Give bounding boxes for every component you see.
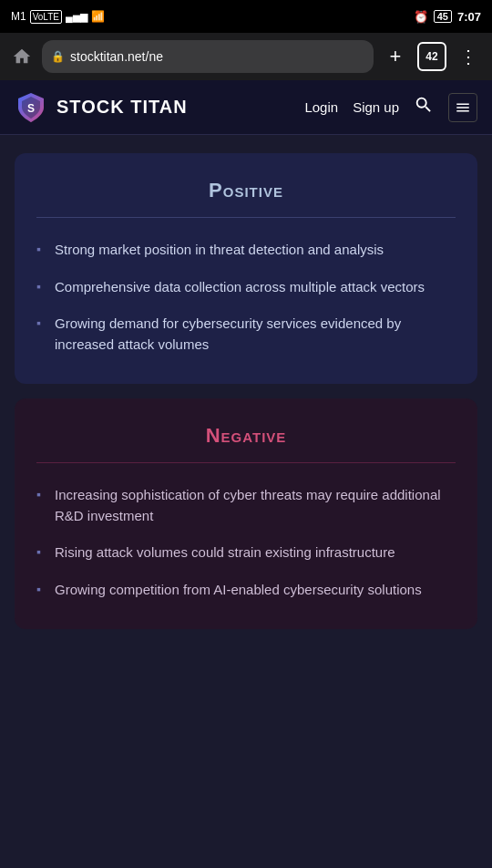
list-item: Increasing sophistication of cyber threa… [36, 485, 456, 526]
wifi-icon: 📶 [91, 10, 105, 23]
negative-title: Negative [36, 424, 456, 448]
logo-text: STOCK TITAN [56, 97, 188, 118]
time-battery: ⏰ 45 7:07 [414, 10, 481, 24]
alarm-icon: ⏰ [414, 10, 428, 24]
list-item: Growing demand for cybersecurity service… [36, 314, 456, 355]
tabs-count-button[interactable]: 42 [417, 42, 446, 71]
list-item: Rising attack volumes could strain exist… [36, 542, 456, 563]
carrier-name: M1 [11, 10, 26, 23]
url-bar[interactable]: 🔒 stocktitan.net/ne [42, 40, 374, 73]
svg-text:S: S [27, 102, 35, 115]
url-text: stocktitan.net/ne [70, 49, 163, 64]
positive-divider [36, 217, 456, 218]
clock-time: 7:07 [457, 10, 481, 24]
browser-more-button[interactable]: ⋮ [454, 42, 483, 71]
battery-indicator: 45 [434, 10, 452, 23]
carrier-type: VoLTE [30, 10, 62, 24]
home-button[interactable] [9, 44, 35, 69]
menu-button[interactable] [448, 93, 477, 122]
navigation-bar: S STOCK TITAN Login Sign up [0, 80, 492, 135]
signal-icon: ▄▅▆ [66, 11, 87, 23]
logo-icon: S [15, 91, 47, 124]
page-content: Positive Strong market position in threa… [0, 153, 492, 629]
new-tab-button[interactable]: + [381, 42, 410, 71]
nav-links: Login Sign up [304, 93, 477, 122]
login-link[interactable]: Login [304, 99, 338, 115]
status-bar: M1 VoLTE ▄▅▆ 📶 ⏰ 45 7:07 [0, 0, 492, 33]
list-item: Growing competition from AI-enabled cybe… [36, 580, 456, 601]
browser-chrome: 🔒 stocktitan.net/ne + 42 ⋮ [0, 33, 492, 80]
positive-title: Positive [36, 179, 456, 202]
negative-bullet-list: Increasing sophistication of cyber threa… [36, 485, 456, 600]
signup-link[interactable]: Sign up [353, 99, 399, 115]
negative-divider [36, 462, 456, 463]
carrier-info: M1 VoLTE ▄▅▆ 📶 [11, 10, 105, 24]
negative-section: Negative Increasing sophistication of cy… [15, 398, 477, 629]
list-item: Comprehensive data collection across mul… [36, 277, 456, 298]
url-security-icon: 🔒 [51, 50, 65, 63]
list-item: Strong market position in threat detecti… [36, 240, 456, 261]
search-icon[interactable] [414, 95, 434, 119]
positive-bullet-list: Strong market position in threat detecti… [36, 240, 456, 355]
logo-container: S STOCK TITAN [15, 91, 188, 124]
positive-section: Positive Strong market position in threa… [15, 153, 477, 384]
